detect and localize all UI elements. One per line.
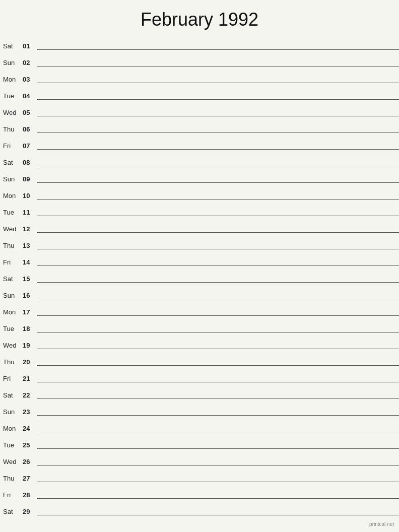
page-title: February 1992 <box>0 0 399 35</box>
day-line <box>37 282 399 283</box>
day-number: 22 <box>23 384 37 401</box>
day-line-cell <box>37 168 399 185</box>
day-line-cell <box>37 185 399 202</box>
day-name: Thu <box>0 118 23 135</box>
day-line <box>37 232 399 233</box>
calendar-row: Wed26 <box>0 451 399 468</box>
day-number: 26 <box>23 451 37 468</box>
day-number: 02 <box>23 52 37 69</box>
calendar-row: Sun23 <box>0 401 399 418</box>
day-line-cell <box>37 218 399 235</box>
calendar-row: Thu13 <box>0 235 399 251</box>
day-line-cell <box>37 35 399 52</box>
day-line-cell <box>37 468 399 484</box>
day-name: Fri <box>0 135 23 152</box>
day-name: Sun <box>0 401 23 418</box>
day-line <box>37 66 399 66</box>
day-line-cell <box>37 484 399 501</box>
day-line <box>37 382 399 382</box>
calendar-row: Sat29 <box>0 501 399 517</box>
day-line-cell <box>37 285 399 301</box>
day-line <box>37 49 399 50</box>
day-name: Sat <box>0 501 23 517</box>
day-line-cell <box>37 52 399 69</box>
day-line-cell <box>37 351 399 368</box>
day-number: 17 <box>23 301 37 318</box>
day-line-cell <box>37 69 399 85</box>
day-name: Fri <box>0 251 23 268</box>
day-name: Mon <box>0 301 23 318</box>
day-number: 28 <box>23 484 37 501</box>
calendar-row: Sun02 <box>0 52 399 69</box>
day-line <box>37 249 399 249</box>
day-line <box>37 498 399 499</box>
calendar-row: Fri07 <box>0 135 399 152</box>
calendar-row: Mon24 <box>0 418 399 434</box>
calendar-row: Mon17 <box>0 301 399 318</box>
day-line <box>37 83 399 83</box>
calendar-row: Tue04 <box>0 85 399 102</box>
calendar-row: Tue18 <box>0 318 399 335</box>
day-name: Fri <box>0 484 23 501</box>
day-line-cell <box>37 401 399 418</box>
day-line-cell <box>37 301 399 318</box>
day-line-cell <box>37 318 399 335</box>
day-name: Thu <box>0 235 23 251</box>
day-line <box>37 515 399 515</box>
day-number: 07 <box>23 135 37 152</box>
calendar-row: Thu06 <box>0 118 399 135</box>
day-line <box>37 415 399 416</box>
day-line <box>37 182 399 183</box>
day-line <box>37 299 399 299</box>
day-number: 27 <box>23 468 37 484</box>
calendar-row: Mon03 <box>0 69 399 85</box>
day-line-cell <box>37 152 399 168</box>
day-number: 10 <box>23 185 37 202</box>
day-line <box>37 166 399 166</box>
day-number: 04 <box>23 85 37 102</box>
day-line-cell <box>37 434 399 451</box>
day-number: 19 <box>23 335 37 351</box>
calendar-row: Sun16 <box>0 285 399 301</box>
calendar-row: Wed05 <box>0 102 399 118</box>
calendar-row: Fri21 <box>0 368 399 384</box>
day-number: 05 <box>23 102 37 118</box>
day-line <box>37 315 399 316</box>
day-line <box>37 265 399 266</box>
day-name: Sun <box>0 168 23 185</box>
day-number: 16 <box>23 285 37 301</box>
day-name: Thu <box>0 468 23 484</box>
day-line <box>37 332 399 332</box>
calendar-row: Fri28 <box>0 484 399 501</box>
calendar-row: Sat01 <box>0 35 399 52</box>
day-line <box>37 116 399 116</box>
day-line-cell <box>37 501 399 517</box>
calendar-row: Tue11 <box>0 202 399 218</box>
day-line <box>37 465 399 466</box>
calendar-row: Thu20 <box>0 351 399 368</box>
day-number: 21 <box>23 368 37 384</box>
day-name: Sat <box>0 35 23 52</box>
day-number: 29 <box>23 501 37 517</box>
day-line-cell <box>37 135 399 152</box>
day-line-cell <box>37 368 399 384</box>
day-line <box>37 149 399 150</box>
day-number: 12 <box>23 218 37 235</box>
calendar-row: Wed12 <box>0 218 399 235</box>
day-line-cell <box>37 251 399 268</box>
day-line <box>37 216 399 216</box>
calendar-row: Sat15 <box>0 268 399 285</box>
calendar-row: Fri14 <box>0 251 399 268</box>
day-line-cell <box>37 418 399 434</box>
day-number: 03 <box>23 69 37 85</box>
day-number: 14 <box>23 251 37 268</box>
day-name: Tue <box>0 318 23 335</box>
day-name: Thu <box>0 351 23 368</box>
calendar-row: Sat22 <box>0 384 399 401</box>
day-line <box>37 365 399 366</box>
footer-text: printcal.net <box>369 521 394 527</box>
calendar-row: Mon10 <box>0 185 399 202</box>
day-number: 25 <box>23 434 37 451</box>
day-name: Wed <box>0 218 23 235</box>
day-line <box>37 448 399 449</box>
